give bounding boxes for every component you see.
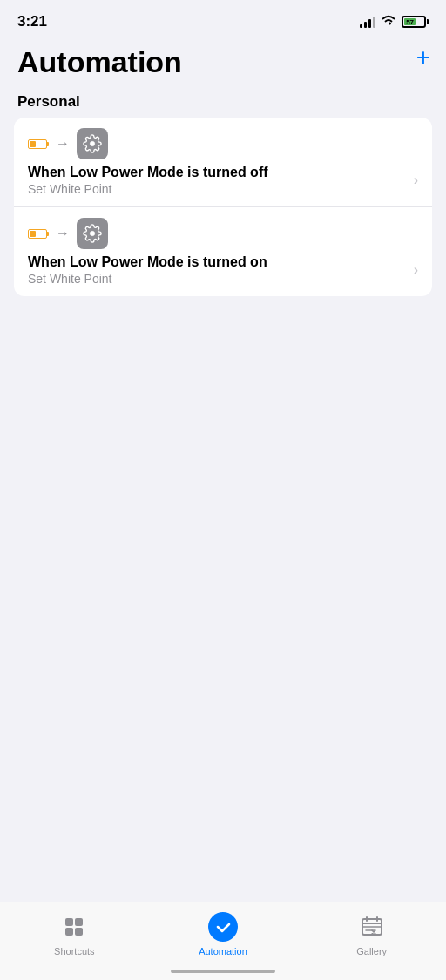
settings-wheel-icon <box>77 128 108 159</box>
automation-card: → When Low Power Mode is turned off Set … <box>14 118 432 296</box>
section-header: Personal <box>14 93 432 111</box>
tab-gallery[interactable]: Gallery <box>341 911 402 956</box>
status-icons: 57 <box>360 14 429 30</box>
status-bar: 3:21 57 <box>0 0 446 38</box>
tab-automation-label: Automation <box>199 946 247 956</box>
automation-item[interactable]: → When Low Power Mode is turned off Set … <box>14 118 432 207</box>
shortcuts-icon <box>58 911 90 943</box>
item-row: When Low Power Mode is turned on Set Whi… <box>28 254 418 286</box>
battery-icon: 57 <box>402 16 429 28</box>
signal-icon <box>360 16 375 28</box>
item-subtitle: Set White Point <box>28 182 407 196</box>
battery-trigger-icon <box>28 139 49 149</box>
tab-gallery-label: Gallery <box>356 946 387 956</box>
add-button[interactable]: + <box>416 44 430 71</box>
tab-bar: Shortcuts Automation Gallery <box>0 902 446 980</box>
item-title: When Low Power Mode is turned off <box>28 165 407 180</box>
automation-icon <box>207 911 239 943</box>
chevron-right-icon: › <box>414 262 418 278</box>
status-time: 3:21 <box>17 13 47 30</box>
gallery-icon <box>356 911 388 943</box>
wifi-icon <box>381 14 396 30</box>
arrow-icon: → <box>56 226 70 241</box>
item-text-block: When Low Power Mode is turned on Set Whi… <box>28 254 407 286</box>
svg-rect-0 <box>65 918 73 926</box>
item-subtitle: Set White Point <box>28 272 407 286</box>
mini-battery-icon <box>28 139 49 149</box>
mini-battery-icon <box>28 229 49 239</box>
item-text-block: When Low Power Mode is turned off Set Wh… <box>28 165 407 196</box>
arrow-icon: → <box>56 136 70 152</box>
item-header: → <box>28 128 418 159</box>
tab-shortcuts-label: Shortcuts <box>54 946 94 956</box>
item-row: When Low Power Mode is turned off Set Wh… <box>28 165 418 196</box>
svg-rect-3 <box>75 928 83 936</box>
tab-automation[interactable]: Automation <box>193 911 253 956</box>
svg-rect-2 <box>65 928 73 936</box>
page-title: Automation <box>14 45 432 79</box>
chevron-right-icon: › <box>414 172 418 188</box>
home-indicator <box>171 970 275 973</box>
tab-shortcuts[interactable]: Shortcuts <box>44 911 105 956</box>
battery-trigger-icon <box>28 229 49 239</box>
settings-wheel-icon <box>77 218 108 249</box>
automation-item[interactable]: → When Low Power Mode is turned on Set W… <box>14 207 432 296</box>
item-header: → <box>28 218 418 249</box>
item-title: When Low Power Mode is turned on <box>28 254 407 270</box>
main-content: Automation Personal → <box>0 38 446 296</box>
svg-rect-1 <box>75 918 83 926</box>
